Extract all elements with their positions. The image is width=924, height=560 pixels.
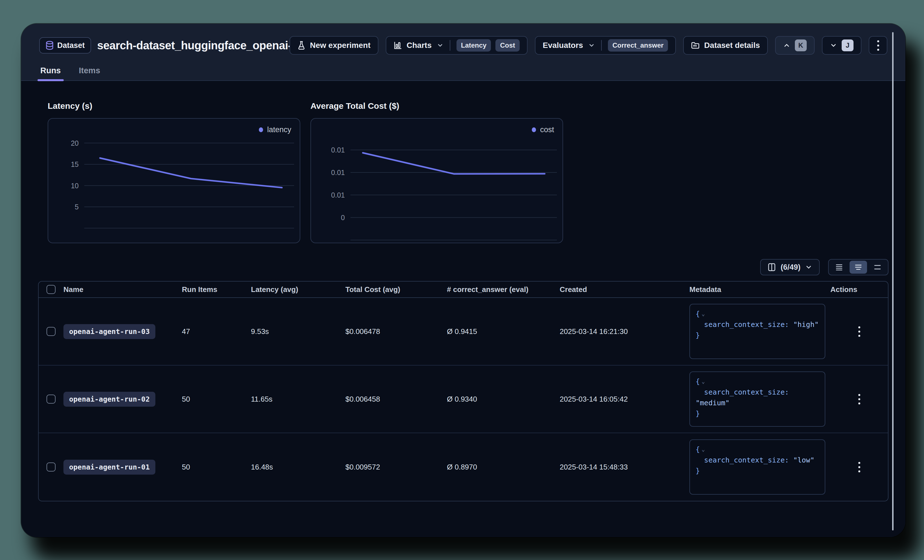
evaluators-button-group[interactable]: Evaluators Correct_answer bbox=[535, 36, 676, 55]
created-value: 2025-03-14 16:21:30 bbox=[560, 327, 689, 336]
row-actions-menu-button[interactable] bbox=[858, 326, 860, 337]
latency-value: 9.53s bbox=[251, 327, 345, 336]
total-cost-value: $0.006478 bbox=[345, 327, 447, 336]
run-name-chip[interactable]: openai-agent-run-03 bbox=[63, 324, 155, 339]
svg-text:15: 15 bbox=[71, 160, 79, 168]
collapse-chevron-icon[interactable]: ⌄ bbox=[702, 310, 705, 317]
run-items-value: 47 bbox=[182, 327, 251, 336]
col-header-total-cost[interactable]: Total Cost (avg) bbox=[345, 285, 447, 294]
select-all-checkbox[interactable] bbox=[46, 285, 56, 294]
bar-chart-icon bbox=[394, 41, 402, 49]
latency-chart: 2015105 latency bbox=[48, 118, 300, 243]
cost-line-chart-svg: 0.010.010.010 bbox=[311, 119, 564, 244]
run-name-chip[interactable]: openai-agent-run-01 bbox=[63, 460, 155, 475]
header-kebab-menu-button[interactable] bbox=[869, 36, 887, 55]
row-actions-menu-button[interactable] bbox=[858, 394, 860, 404]
svg-text:0.01: 0.01 bbox=[331, 169, 345, 177]
row-checkbox[interactable] bbox=[46, 327, 56, 336]
dataset-details-label: Dataset details bbox=[704, 41, 760, 50]
columns-icon bbox=[768, 263, 776, 272]
metadata-json-box[interactable]: {⌄ search_context_size: "high" } bbox=[689, 304, 825, 359]
runs-table: Name Run Items Latency (avg) Total Cost … bbox=[38, 281, 888, 502]
database-icon bbox=[45, 41, 54, 50]
row-checkbox[interactable] bbox=[46, 395, 56, 404]
next-shortcut-button[interactable]: J bbox=[822, 36, 861, 55]
col-header-latency[interactable]: Latency (avg) bbox=[251, 285, 345, 294]
svg-text:10: 10 bbox=[71, 182, 79, 190]
col-header-name[interactable]: Name bbox=[63, 285, 182, 294]
col-header-metadata[interactable]: Metadata bbox=[689, 285, 830, 294]
row-height-large-button[interactable] bbox=[869, 261, 886, 274]
row-height-segmented-control bbox=[828, 259, 888, 276]
charts-section: Latency (s) 2015105 latency Average Tota… bbox=[38, 101, 888, 243]
keyboard-key-j: J bbox=[842, 39, 854, 51]
row-height-small-button[interactable] bbox=[830, 261, 848, 274]
run-items-value: 50 bbox=[182, 395, 251, 404]
tab-runs[interactable]: Runs bbox=[39, 63, 62, 80]
svg-text:5: 5 bbox=[75, 203, 79, 211]
keyboard-key-k: K bbox=[795, 39, 807, 51]
cost-legend: cost bbox=[532, 126, 554, 134]
tab-bar: Runs Items bbox=[21, 63, 905, 81]
col-header-created[interactable]: Created bbox=[560, 285, 689, 294]
col-header-correct-answer[interactable]: # correct_answer (eval) bbox=[447, 285, 560, 294]
new-experiment-button[interactable]: New experiment bbox=[290, 36, 378, 55]
chevron-down-icon bbox=[830, 42, 837, 49]
table-row: openai-agent-run-01 50 16.48s $0.009572 … bbox=[39, 433, 888, 501]
chevron-down-icon bbox=[805, 264, 812, 271]
latency-chart-block: Latency (s) 2015105 latency bbox=[48, 101, 300, 243]
legend-label: latency bbox=[267, 126, 291, 134]
column-visibility-button[interactable]: (6/49) bbox=[760, 259, 820, 276]
charts-chip-latency[interactable]: Latency bbox=[456, 39, 491, 52]
svg-text:0.01: 0.01 bbox=[331, 191, 345, 199]
flask-icon bbox=[297, 41, 305, 50]
content-area: Latency (s) 2015105 latency Average Tota… bbox=[21, 81, 905, 537]
kebab-icon bbox=[877, 40, 879, 51]
col-header-run-items[interactable]: Run Items bbox=[182, 285, 251, 294]
evaluators-chip-correct-answer[interactable]: Correct_answer bbox=[608, 39, 668, 52]
total-cost-value: $0.009572 bbox=[345, 463, 447, 472]
cost-chart-title: Average Total Cost ($) bbox=[310, 101, 563, 111]
dataset-badge: Dataset bbox=[39, 37, 91, 54]
top-bar: Dataset search-dataset_huggingface_opena… bbox=[21, 24, 905, 81]
svg-text:0: 0 bbox=[341, 214, 345, 222]
legend-label: cost bbox=[540, 126, 554, 134]
row-actions-menu-button[interactable] bbox=[858, 462, 860, 472]
folder-icon bbox=[691, 42, 699, 49]
total-cost-value: $0.006458 bbox=[345, 395, 447, 404]
latency-value: 11.65s bbox=[251, 395, 345, 404]
created-value: 2025-03-14 15:48:33 bbox=[560, 463, 689, 472]
dataset-badge-label: Dataset bbox=[57, 41, 85, 50]
chevron-down-icon bbox=[437, 42, 444, 49]
metadata-json-box[interactable]: {⌄ search_context_size: "medium" } bbox=[689, 371, 825, 427]
collapse-chevron-icon[interactable]: ⌄ bbox=[702, 446, 705, 453]
tab-items[interactable]: Items bbox=[78, 63, 102, 80]
dataset-details-button[interactable]: Dataset details bbox=[683, 36, 768, 55]
cost-chart: 0.010.010.010 cost bbox=[310, 118, 563, 243]
new-experiment-label: New experiment bbox=[310, 41, 370, 50]
svg-text:0.01: 0.01 bbox=[331, 146, 345, 154]
vertical-scrollbar[interactable] bbox=[892, 32, 894, 530]
metadata-json-box[interactable]: {⌄ search_context_size: "low" } bbox=[689, 439, 825, 495]
correct-answer-value: Ø 0.9340 bbox=[447, 395, 560, 404]
row-height-medium-button[interactable] bbox=[849, 261, 867, 274]
chevron-up-icon bbox=[783, 42, 790, 49]
evaluators-label: Evaluators bbox=[543, 41, 583, 50]
cost-chart-block: Average Total Cost ($) 0.010.010.010 cos… bbox=[310, 101, 563, 243]
collapse-chevron-icon[interactable]: ⌄ bbox=[702, 378, 705, 385]
charts-label: Charts bbox=[406, 41, 432, 50]
legend-dot-icon bbox=[532, 127, 536, 132]
run-items-value: 50 bbox=[182, 463, 251, 472]
charts-chip-cost[interactable]: Cost bbox=[495, 39, 519, 52]
run-name-chip[interactable]: openai-agent-run-02 bbox=[63, 392, 155, 407]
correct-answer-value: Ø 0.8970 bbox=[447, 463, 560, 472]
col-header-actions: Actions bbox=[830, 285, 888, 294]
charts-button-group[interactable]: Charts Latency Cost bbox=[386, 36, 528, 55]
previous-shortcut-button[interactable]: K bbox=[775, 36, 814, 55]
divider bbox=[450, 40, 450, 51]
latency-value: 16.48s bbox=[251, 463, 345, 472]
latency-chart-title: Latency (s) bbox=[48, 101, 300, 111]
row-checkbox[interactable] bbox=[46, 463, 56, 472]
app-window: Dataset search-dataset_huggingface_opena… bbox=[21, 24, 905, 537]
table-row: openai-agent-run-03 47 9.53s $0.006478 Ø… bbox=[39, 298, 888, 365]
